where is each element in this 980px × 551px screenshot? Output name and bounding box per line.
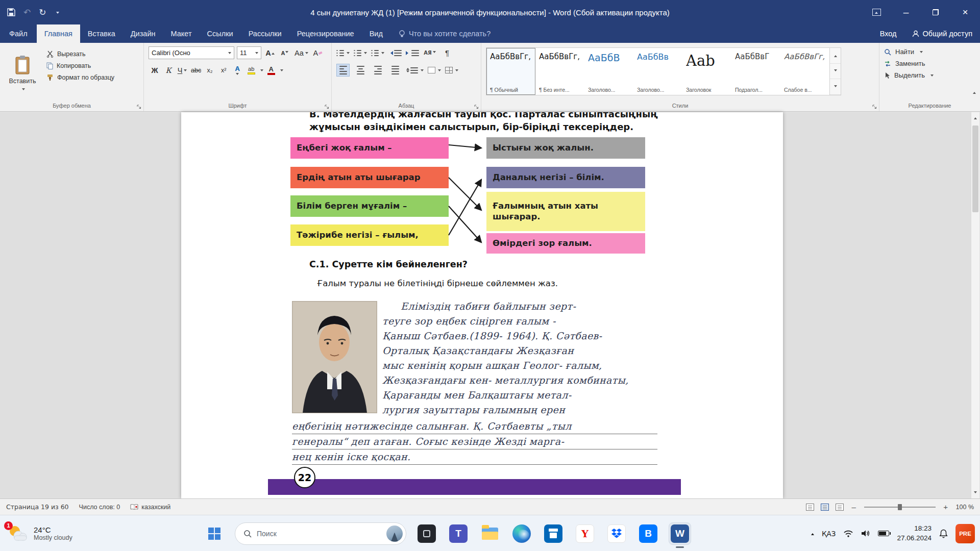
multilevel-list-button[interactable]	[371, 46, 384, 59]
justify-button[interactable]	[388, 64, 402, 77]
volume-icon[interactable]	[861, 530, 870, 537]
zoom-level[interactable]: 100 %	[956, 504, 974, 511]
style-normal[interactable]: АаБбВвГг, ¶ Обычный	[486, 48, 535, 95]
wifi-icon[interactable]	[843, 530, 853, 537]
taskbar-search-box[interactable]: Поиск	[235, 522, 406, 545]
tab-references[interactable]: Ссылки	[200, 24, 241, 43]
tell-me-box[interactable]: Что вы хотите сделать?	[390, 24, 499, 43]
scroll-up-icon[interactable]	[971, 113, 979, 122]
style-subtitle[interactable]: АаБбВвГ Подзагол...	[731, 48, 780, 95]
start-button[interactable]	[203, 522, 226, 545]
clear-formatting-button[interactable]: А	[312, 46, 324, 59]
pre-app-badge[interactable]: PRE	[955, 524, 975, 543]
bold-button[interactable]: Ж	[149, 64, 161, 77]
tab-file[interactable]: Файл	[0, 24, 37, 43]
undo-icon[interactable]: ↶	[23, 7, 31, 18]
document-page[interactable]: В. Мәтелдердің жалғасын тауып қос. Парта…	[181, 112, 783, 498]
style-heading1[interactable]: АаБбВ Заголово...	[584, 48, 633, 95]
shrink-font-button[interactable]: А	[279, 46, 291, 59]
ribbon-display-options-button[interactable]	[862, 0, 891, 24]
select-button[interactable]: Выделить	[884, 71, 975, 79]
increase-indent-button[interactable]	[406, 46, 419, 59]
zoom-slider[interactable]	[864, 507, 936, 508]
line-spacing-button[interactable]	[406, 64, 424, 77]
tab-mailings[interactable]: Рассылки	[241, 24, 289, 43]
superscript-button[interactable]: х²	[217, 64, 230, 77]
customize-qat-button[interactable]	[55, 11, 59, 14]
align-right-button[interactable]	[371, 64, 384, 77]
zoom-in-button[interactable]: +	[942, 503, 949, 511]
taskbar-app-yandex[interactable]: Y	[574, 522, 596, 545]
tab-design[interactable]: Дизайн	[123, 24, 163, 43]
font-size-combo[interactable]: 11	[237, 46, 261, 59]
print-layout-icon[interactable]	[821, 504, 829, 511]
taskbar-app-word[interactable]: W	[669, 522, 691, 545]
minimize-button[interactable]: –	[891, 0, 921, 24]
paste-button[interactable]: Вставить	[5, 46, 40, 100]
copy-button[interactable]: Копировать	[46, 62, 114, 69]
style-no-spacing[interactable]: АаБбВвГг, ¶ Без инте...	[535, 48, 584, 95]
styles-scroll-up-icon[interactable]	[830, 48, 841, 64]
subscript-button[interactable]: х₂	[204, 64, 216, 77]
font-name-combo[interactable]: Calibri (Осно	[149, 46, 234, 59]
clipboard-dialog-launcher-icon[interactable]	[137, 105, 141, 109]
restore-button[interactable]	[921, 0, 950, 24]
align-left-button[interactable]	[336, 64, 350, 77]
save-icon[interactable]	[7, 8, 15, 16]
paragraph-dialog-launcher-icon[interactable]	[474, 105, 479, 109]
taskbar-app-edge[interactable]	[510, 522, 533, 545]
proofing-status[interactable]: казахский	[130, 504, 170, 511]
show-paragraph-marks-button[interactable]: ¶	[440, 46, 454, 59]
highlight-color-button[interactable]: ab	[245, 64, 257, 77]
web-layout-icon[interactable]	[836, 504, 844, 511]
battery-icon[interactable]	[878, 531, 889, 536]
close-button[interactable]: ×	[950, 0, 980, 24]
decrease-indent-button[interactable]	[388, 46, 402, 59]
zoom-slider-thumb[interactable]	[898, 504, 902, 510]
change-case-button[interactable]: Аа	[293, 46, 309, 59]
font-color-button[interactable]: А	[265, 64, 277, 77]
style-subtle-emphasis[interactable]: АаБбВвГг, Слабое в...	[780, 48, 829, 95]
styles-dialog-launcher-icon[interactable]	[872, 105, 877, 109]
text-effects-button[interactable]: А	[231, 64, 243, 77]
scrollbar-thumb[interactable]	[972, 126, 978, 212]
shading-button[interactable]	[428, 64, 441, 77]
align-center-button[interactable]	[354, 64, 367, 77]
style-title[interactable]: Aab Заголовок	[682, 48, 731, 95]
notification-bell-icon[interactable]	[939, 529, 948, 538]
borders-button[interactable]	[445, 64, 458, 77]
tab-home[interactable]: Главная	[37, 24, 80, 43]
clock[interactable]: 18:23 27.06.2024	[897, 524, 932, 543]
zoom-out-button[interactable]: –	[850, 503, 857, 511]
sort-button[interactable]: АЯ	[423, 46, 436, 59]
tab-layout[interactable]: Макет	[163, 24, 200, 43]
find-button[interactable]: Найти	[884, 48, 975, 56]
share-button[interactable]: Общий доступ	[904, 24, 980, 43]
tray-chevron-up-icon[interactable]	[811, 532, 814, 535]
taskbar-app-explorer[interactable]	[479, 522, 501, 545]
keyboard-language-indicator[interactable]: ҚАЗ	[822, 530, 836, 538]
grow-font-button[interactable]: А	[264, 46, 276, 59]
scroll-down-icon[interactable]	[971, 489, 979, 497]
tab-insert[interactable]: Вставка	[80, 24, 123, 43]
format-painter-button[interactable]: Формат по образцу	[46, 74, 114, 81]
cut-button[interactable]: Вырезать	[46, 51, 114, 58]
font-dialog-launcher-icon[interactable]	[325, 105, 329, 109]
weather-widget[interactable]: 1 24°C Mostly cloudy	[6, 515, 72, 551]
strikethrough-button[interactable]: abc	[190, 64, 202, 77]
taskbar-app-store[interactable]	[542, 522, 565, 545]
styles-scroll-down-icon[interactable]	[830, 64, 841, 80]
styles-gallery-more-icon[interactable]	[830, 79, 841, 95]
word-count[interactable]: Число слов: 0	[79, 504, 120, 511]
collapse-ribbon-icon[interactable]	[973, 87, 976, 96]
italic-button[interactable]: К	[162, 64, 175, 77]
taskbar-app-teams[interactable]: T	[447, 522, 470, 545]
replace-button[interactable]: Заменить	[884, 60, 975, 67]
tab-view[interactable]: Вид	[362, 24, 390, 43]
taskbar-app-dark[interactable]	[415, 522, 438, 545]
vertical-scrollbar[interactable]	[971, 112, 979, 498]
page-indicator[interactable]: Страница 19 из 60	[6, 503, 69, 511]
bullets-button[interactable]	[336, 46, 350, 59]
search-highlight-image[interactable]	[386, 525, 403, 542]
read-mode-icon[interactable]	[806, 504, 814, 511]
